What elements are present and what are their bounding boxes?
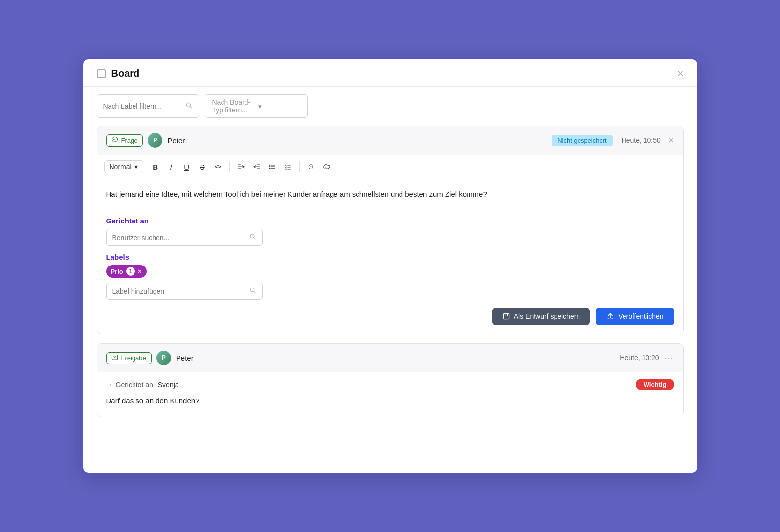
freigabe-author: Peter bbox=[176, 354, 194, 362]
svg-rect-27 bbox=[503, 313, 509, 319]
modal-title: Board bbox=[111, 68, 677, 79]
freigabe-more-button[interactable]: ··· bbox=[664, 353, 674, 363]
publish-button[interactable]: Veröffentlichen bbox=[596, 308, 674, 325]
svg-point-3 bbox=[113, 139, 113, 139]
freigabe-avatar-initials: P bbox=[162, 355, 166, 361]
emoji-button[interactable]: ☺ bbox=[304, 159, 318, 174]
publish-label: Veröffentlichen bbox=[618, 312, 663, 320]
format-dropdown[interactable]: Normal ▾ bbox=[104, 160, 143, 173]
editor-toolbar: Normal ▾ B I U S <> bbox=[97, 155, 683, 179]
svg-point-13 bbox=[269, 166, 270, 167]
freigabe-avatar: P bbox=[156, 351, 171, 365]
label-badge-count: 1 bbox=[126, 267, 135, 276]
prio-label-badge: Prio 1 × bbox=[106, 265, 147, 278]
italic-button[interactable]: I bbox=[164, 159, 178, 174]
bullet-list-button[interactable] bbox=[265, 159, 280, 174]
label-badge-text: Prio bbox=[111, 268, 123, 275]
svg-rect-30 bbox=[112, 355, 117, 360]
gerichtet-an-label: Gerichtet an bbox=[106, 217, 674, 225]
post-editor-author: Peter bbox=[167, 136, 185, 145]
labels-section: Labels Prio 1 × bbox=[97, 246, 683, 300]
modal-header: Board × bbox=[83, 59, 697, 87]
post-editor-close-button[interactable]: × bbox=[669, 135, 674, 146]
svg-line-24 bbox=[253, 238, 255, 239]
toolbar-separator-1 bbox=[229, 161, 230, 172]
indent-left-button[interactable] bbox=[249, 159, 264, 174]
gerichtet-label: Gerichtet an bbox=[116, 381, 153, 389]
svg-point-15 bbox=[269, 168, 270, 169]
post-type-badge-freigabe: Freigabe bbox=[106, 352, 152, 364]
labels-label: Labels bbox=[106, 253, 674, 261]
format-current: Normal bbox=[110, 163, 132, 171]
freigabe-body: → Gerichtet an Svenja Wichtig Darf das s… bbox=[97, 372, 683, 417]
svg-point-4 bbox=[115, 139, 116, 139]
gerichtet-arrow-icon: → bbox=[106, 381, 113, 389]
indent-right-button[interactable] bbox=[234, 159, 248, 174]
svg-line-26 bbox=[253, 291, 255, 293]
type-filter-chevron-icon: ▾ bbox=[258, 103, 300, 110]
post-type-badge-frage: Frage bbox=[106, 134, 143, 147]
editor-area: Normal ▾ B I U S <> bbox=[97, 155, 683, 210]
label-badge-prio: Prio 1 × bbox=[106, 265, 674, 283]
post-type-label-frage: Frage bbox=[121, 137, 138, 144]
editor-text: Hat jemand eine Idtee, mit welchem Tool … bbox=[106, 190, 487, 198]
not-saved-badge: Nicht gespeichert bbox=[552, 135, 612, 146]
save-draft-button[interactable]: Als Entwurf speichern bbox=[492, 308, 590, 325]
svg-line-1 bbox=[190, 106, 191, 108]
avatar-initials: P bbox=[153, 137, 157, 144]
freigabe-icon bbox=[111, 354, 118, 362]
toolbar-separator-2 bbox=[299, 161, 300, 172]
format-chevron-icon: ▾ bbox=[134, 163, 138, 171]
label-add-input[interactable] bbox=[112, 288, 245, 295]
code-button[interactable]: <> bbox=[211, 159, 225, 174]
svg-text:3.: 3. bbox=[285, 167, 287, 170]
underline-button[interactable]: U bbox=[179, 159, 194, 174]
gerichtet-an-section: Gerichtet an bbox=[97, 210, 683, 246]
label-add-search-icon bbox=[249, 287, 256, 295]
freigabe-timestamp: Heute, 10:20 bbox=[620, 354, 659, 362]
modal-close-button[interactable]: × bbox=[677, 68, 684, 79]
label-search-icon bbox=[185, 102, 193, 111]
link-button[interactable] bbox=[319, 159, 334, 174]
type-filter-label: Nach Board-Typ filtern... bbox=[212, 98, 254, 114]
freigabe-post-card: Freigabe P Peter Heute, 10:20 ··· → Geri… bbox=[97, 343, 684, 417]
user-search-input[interactable] bbox=[112, 234, 245, 242]
editor-content-area[interactable]: Hat jemand eine Idtee, mit welchem Tool … bbox=[97, 179, 683, 210]
gerichtet-row: → Gerichtet an Svenja Wichtig bbox=[106, 379, 674, 390]
save-draft-label: Als Entwurf speichern bbox=[514, 312, 580, 320]
board-modal: Board × Nach Board-Typ filtern... ▾ bbox=[82, 58, 698, 474]
type-filter-container[interactable]: Nach Board-Typ filtern... ▾ bbox=[205, 94, 308, 118]
post-editor-avatar: P bbox=[148, 133, 162, 148]
numbered-list-button[interactable]: 1.2.3. bbox=[281, 159, 295, 174]
main-content: Frage P Peter Nicht gespeichert Heute, 1… bbox=[83, 126, 697, 473]
label-add-container[interactable] bbox=[106, 283, 263, 300]
svg-point-2 bbox=[114, 139, 115, 139]
freigabe-content: Darf das so an den Kunden? bbox=[106, 395, 674, 407]
label-filter-container[interactable] bbox=[97, 94, 199, 118]
strikethrough-button[interactable]: S bbox=[195, 159, 210, 174]
modal-checkbox[interactable] bbox=[97, 69, 106, 78]
freigabe-header: Freigabe P Peter Heute, 10:20 ··· bbox=[97, 344, 683, 372]
post-editor-card: Frage P Peter Nicht gespeichert Heute, 1… bbox=[97, 126, 684, 334]
label-badge-remove-button[interactable]: × bbox=[138, 267, 142, 275]
user-search-container[interactable] bbox=[106, 229, 263, 246]
wichtig-badge: Wichtig bbox=[636, 379, 674, 390]
bold-button[interactable]: B bbox=[148, 159, 163, 174]
action-buttons: Als Entwurf speichern Veröffentlichen bbox=[97, 300, 683, 334]
post-editor-timestamp: Heute, 10:50 bbox=[622, 136, 661, 144]
gerichtet-name: Svenja bbox=[158, 381, 179, 389]
post-type-label-freigabe: Freigabe bbox=[121, 355, 146, 362]
filter-bar: Nach Board-Typ filtern... ▾ bbox=[83, 87, 697, 126]
user-search-icon bbox=[249, 233, 256, 242]
label-filter-input[interactable] bbox=[103, 102, 181, 110]
frage-icon bbox=[111, 136, 118, 145]
svg-point-11 bbox=[269, 165, 270, 166]
post-editor-header: Frage P Peter Nicht gespeichert Heute, 1… bbox=[97, 126, 683, 155]
